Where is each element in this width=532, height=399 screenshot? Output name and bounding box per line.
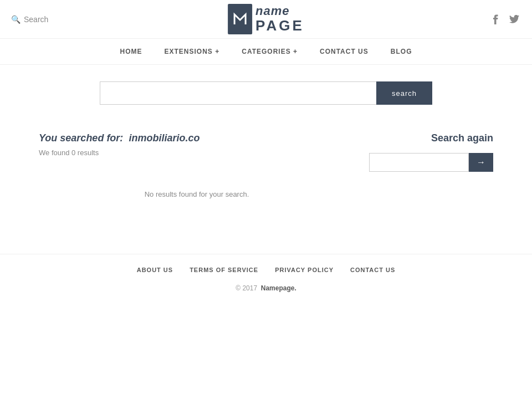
search-again-row: →	[355, 153, 493, 172]
results-section: You searched for: inmobiliario.co We fou…	[39, 132, 355, 221]
no-results-text: No results found for your search.	[39, 168, 355, 221]
search-again-input[interactable]	[369, 153, 469, 172]
footer-nav-privacy[interactable]: PRIVACY POLICY	[275, 267, 334, 273]
facebook-icon[interactable]	[489, 13, 502, 26]
main-nav: HOME EXTENSIONS + CATEGORIES + CONTACT U…	[0, 39, 532, 65]
search-again-button[interactable]: →	[469, 153, 493, 172]
footer-nav-about[interactable]: ABOUT US	[137, 267, 173, 273]
search-input[interactable]	[100, 81, 376, 105]
searched-for-text: You searched for: inmobiliario.co	[39, 132, 355, 144]
search-button[interactable]: search	[376, 81, 432, 105]
results-count: We found 0 results	[39, 149, 355, 157]
search-icon: 🔍	[11, 15, 21, 24]
nav-item-categories[interactable]: CATEGORIES +	[231, 39, 309, 64]
footer-copyright: © 2017 Namepage.	[0, 279, 532, 303]
search-again-title: Search again	[355, 132, 493, 144]
twitter-icon[interactable]	[508, 13, 521, 26]
searched-for-prefix: You searched for:	[39, 132, 123, 144]
search-section: search	[0, 65, 532, 121]
footer-nav-contact[interactable]: CONTACT US	[350, 267, 395, 273]
logo[interactable]: name PAGE	[228, 4, 304, 34]
header: 🔍 Search name PAGE	[0, 0, 532, 39]
nav-item-blog[interactable]: BLOG	[380, 39, 423, 64]
logo-icon	[228, 4, 252, 34]
logo-text: name PAGE	[255, 4, 304, 34]
copyright-prefix: © 2017	[236, 284, 257, 292]
header-search-trigger[interactable]: 🔍 Search	[11, 15, 48, 24]
copyright-brand[interactable]: Namepage.	[261, 284, 296, 292]
search-again-section: Search again →	[355, 132, 493, 172]
logo-container: name PAGE	[228, 4, 304, 34]
search-bar: search	[100, 81, 432, 105]
nav-item-extensions[interactable]: EXTENSIONS +	[154, 39, 231, 64]
searched-query: inmobiliario.co	[129, 132, 200, 144]
footer-nav: ABOUT US TERMS OF SERVICE PRIVACY POLICY…	[0, 254, 532, 279]
nav-item-contact[interactable]: CONTACT US	[309, 39, 380, 64]
search-trigger-label: Search	[24, 15, 48, 24]
footer-nav-terms[interactable]: TERMS OF SERVICE	[190, 267, 258, 273]
logo-page: PAGE	[255, 18, 304, 34]
header-social	[489, 13, 521, 26]
nav-item-home[interactable]: HOME	[109, 39, 154, 64]
main-content: You searched for: inmobiliario.co We fou…	[17, 121, 515, 254]
logo-name: name	[255, 4, 304, 18]
